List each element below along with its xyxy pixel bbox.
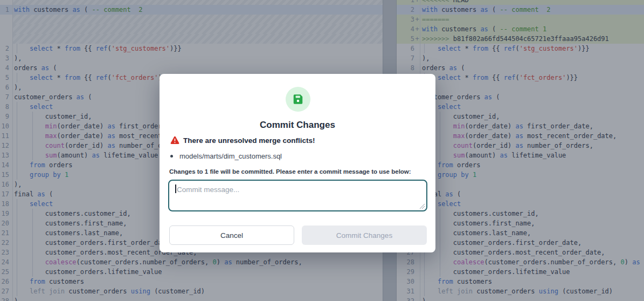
conflict-file-name: models/marts/dim_customers.sql bbox=[179, 152, 282, 160]
warning-text: There are unresolved merge conflicts! bbox=[183, 136, 315, 145]
cancel-button[interactable]: Cancel bbox=[169, 225, 294, 245]
text-caret bbox=[175, 184, 176, 193]
bullet-icon bbox=[170, 155, 173, 158]
warning-icon bbox=[170, 136, 179, 145]
modal-title: Commit Changes bbox=[160, 120, 435, 131]
commit-message-label: Changes to 1 file will be committed. Ple… bbox=[169, 168, 411, 175]
commit-changes-button[interactable]: Commit Changes bbox=[302, 225, 427, 245]
commit-message-input[interactable] bbox=[168, 180, 427, 211]
commit-modal: Commit Changes There are unresolved merg… bbox=[160, 74, 435, 252]
conflict-file-item: models/marts/dim_customers.sql bbox=[170, 152, 282, 160]
save-icon bbox=[286, 87, 310, 112]
